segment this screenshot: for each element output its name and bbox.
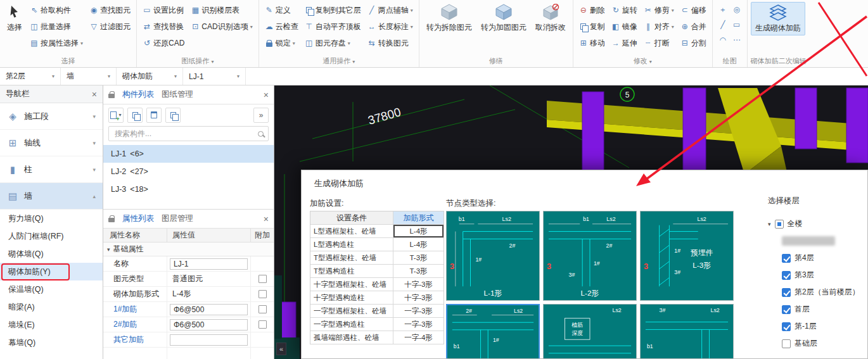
extend-button[interactable]: → 延伸 bbox=[609, 35, 640, 51]
form-cell[interactable]: 一字-3形 bbox=[393, 318, 444, 331]
component-list-item[interactable]: LJ-1 <6> bbox=[103, 145, 274, 163]
nav-subitem-wall-pier[interactable]: 墙垛(E) bbox=[0, 316, 103, 334]
mirror-button[interactable]: ◧ 镜像 bbox=[609, 18, 640, 35]
circle-tool-icon[interactable]: ◎ bbox=[730, 2, 744, 17]
pick-component-button[interactable]: ⇖ 拾取构件 bbox=[27, 2, 86, 18]
arc-tool-icon[interactable]: ◠ bbox=[716, 32, 730, 47]
select-button[interactable]: 选择 bbox=[3, 2, 26, 34]
nav-subitem-hidden-beam[interactable]: 暗梁(A) bbox=[0, 298, 103, 316]
length-annotation-button[interactable]: ↔ 长度标注 ▾ bbox=[365, 18, 416, 35]
node-type-cell-l2[interactable]: b1 Ls2 2# 1# 3# 3 L-2形 bbox=[543, 211, 637, 301]
tab-property-list[interactable]: 属性列表 bbox=[122, 213, 154, 224]
floor-item[interactable]: 基础层 bbox=[764, 335, 868, 352]
restore-cad-button[interactable]: ↺ 还原CAD bbox=[140, 35, 187, 51]
node-type-cell-l1[interactable]: b1 Ls2 2# 1# 3 L-1形 bbox=[446, 211, 540, 301]
attach-checkbox[interactable] bbox=[258, 305, 267, 313]
copy-to-other-layers-button[interactable]: 复制到其它层 bbox=[302, 2, 364, 18]
all-floors-checkbox[interactable] bbox=[775, 220, 784, 229]
new-component-button[interactable]: ▾ bbox=[108, 108, 124, 123]
merge-button[interactable]: ⊕ 合并 bbox=[678, 18, 709, 35]
element-dropdown[interactable]: LJ-1 ▾ bbox=[183, 68, 246, 85]
form-cell[interactable]: L-4形 bbox=[393, 238, 444, 251]
attach-checkbox[interactable] bbox=[258, 290, 267, 298]
convert-element-button[interactable]: ⇆ 转换图元 bbox=[365, 35, 416, 51]
floor-checkbox[interactable] bbox=[782, 288, 791, 297]
nav-item-column[interactable]: ▮ 柱 ▾ bbox=[0, 156, 103, 183]
split-button[interactable]: ⊟ 分割 bbox=[678, 35, 709, 51]
find-element-button[interactable]: ◉ 查找图元 bbox=[87, 2, 133, 18]
rotate-button[interactable]: ↻ 旋转 bbox=[609, 2, 640, 18]
component-list-item[interactable]: LJ-2 <27> bbox=[103, 163, 274, 180]
floor-item[interactable]: 首层 bbox=[764, 301, 868, 318]
attach-checkbox[interactable] bbox=[258, 275, 267, 283]
line-tool-icon[interactable]: ╱ bbox=[716, 17, 730, 32]
floor-checkbox[interactable] bbox=[782, 322, 791, 331]
element-save-button[interactable]: ◫ 图元存盘 ▾ bbox=[302, 35, 364, 51]
form-cell[interactable]: T-3形 bbox=[393, 251, 444, 264]
align-button[interactable]: ∥ 对齐 ▾ bbox=[641, 18, 677, 35]
copy-button[interactable]: 复制 bbox=[577, 18, 608, 35]
nav-item-wall[interactable]: ▤ 墙 ▴ bbox=[0, 183, 103, 210]
tab-layer-management[interactable]: 图层管理 bbox=[162, 213, 193, 224]
close-icon[interactable]: × bbox=[264, 91, 269, 99]
form-cell[interactable]: 一字-3形 bbox=[393, 305, 444, 317]
subcategory-dropdown[interactable]: 砌体加筋 ▾ bbox=[117, 68, 183, 85]
filter-element-button[interactable]: ▽ 过滤图元 bbox=[87, 18, 133, 35]
form-cell[interactable]: 一字-4形 bbox=[393, 331, 444, 344]
form-cell[interactable]: 十字-3形 bbox=[393, 291, 444, 304]
form-cell[interactable]: 十字-3形 bbox=[393, 278, 444, 291]
other-rebar-value-field[interactable] bbox=[170, 334, 248, 346]
nav-subitem-curtain-wall[interactable]: 幕墙(Q) bbox=[0, 334, 103, 351]
floor-item[interactable]: 第4层 bbox=[764, 249, 868, 267]
category-dropdown[interactable]: 墙 ▾ bbox=[61, 68, 117, 85]
floor-tree-root[interactable]: ▾ 全楼 bbox=[764, 215, 868, 232]
close-icon[interactable]: × bbox=[264, 215, 269, 224]
auto-align-top-slab-button[interactable]: ⊤ 自动平齐顶板 bbox=[302, 18, 364, 35]
floor-item[interactable]: 第3层 bbox=[764, 267, 868, 284]
set-scale-button[interactable]: ▭ 设置比例 bbox=[140, 2, 187, 18]
node-type-cell-row2-1[interactable]: 2# Ls2 1# b1 bbox=[446, 304, 540, 359]
form-cell[interactable]: L-4形 bbox=[393, 225, 444, 237]
copy-component-button[interactable] bbox=[127, 108, 143, 123]
offset-button[interactable]: ⊂ 偏移 bbox=[678, 2, 709, 18]
rebar1-value-field[interactable]: Φ6@500 bbox=[170, 304, 248, 315]
floor-checkbox[interactable] bbox=[782, 254, 791, 263]
move-button[interactable]: ⊞ 移动 bbox=[577, 35, 608, 51]
nav-item-construction-segment[interactable]: ◈ 施工段 ▾ bbox=[0, 103, 103, 130]
identify-floor-table-button[interactable]: ▦ 识别楼层表 bbox=[188, 2, 255, 18]
select-by-property-button[interactable]: ▤ 按属性选择 ▾ bbox=[27, 35, 86, 51]
node-type-cell-row2-3[interactable]: 3# Ls2 b1 bbox=[640, 304, 734, 359]
delete-component-button[interactable] bbox=[146, 108, 162, 123]
collapse-panel-button[interactable]: « bbox=[276, 343, 286, 355]
trim-button[interactable]: ✂ 修剪 ▾ bbox=[641, 2, 677, 18]
cancel-demolition-button[interactable]: 取消拆改 bbox=[532, 2, 570, 34]
nav-subitem-masonry-wall[interactable]: 砌体墙(Q) bbox=[0, 245, 103, 263]
rect-tool-icon[interactable]: ▭ bbox=[730, 17, 744, 32]
delete-button[interactable]: ⊖ 删除 bbox=[577, 2, 608, 18]
cloud-check-button[interactable]: ☁ 云检查 bbox=[262, 18, 301, 35]
find-replace-button[interactable]: ⇄ 查找替换 bbox=[140, 18, 187, 35]
tab-component-list[interactable]: 构件列表 bbox=[122, 89, 154, 100]
search-input[interactable] bbox=[113, 129, 254, 139]
tab-drawing-management[interactable]: 图纸管理 bbox=[162, 89, 193, 100]
nav-subitem-insulation-wall[interactable]: 保温墙(Q) bbox=[0, 280, 103, 298]
form-cell[interactable]: T-3形 bbox=[393, 265, 444, 277]
crosshair-icon[interactable]: ＋ bbox=[716, 2, 730, 17]
property-section-basic[interactable]: ▾ 基础属性 bbox=[103, 242, 274, 256]
generate-masonry-reinforcement-button[interactable]: 生成砌体加筋 bbox=[751, 2, 805, 35]
floor-checkbox[interactable] bbox=[782, 339, 791, 348]
define-button[interactable]: ✎ 定义 bbox=[262, 2, 301, 18]
nav-item-axis[interactable]: ⊞ 轴线 ▾ bbox=[0, 130, 103, 156]
floor-checkbox[interactable] bbox=[782, 305, 791, 314]
more-actions-button[interactable]: » bbox=[253, 108, 269, 123]
floor-checkbox[interactable] bbox=[782, 271, 791, 280]
nav-subitem-civil-defense-door-wall[interactable]: 人防门框墙(RF) bbox=[0, 227, 103, 245]
node-type-cell-row2-2[interactable]: 植筋 深度 Ls2 bbox=[543, 304, 637, 359]
batch-select-button[interactable]: ◫ 批量选择 bbox=[27, 18, 86, 35]
rebar2-value-field[interactable]: Φ6@500 bbox=[170, 319, 248, 331]
name-value-field[interactable]: LJ-1 bbox=[170, 258, 248, 270]
more-tools-icon[interactable]: ⋯ bbox=[730, 32, 744, 47]
convert-to-reinforcement-button[interactable]: 转为加固图元 bbox=[477, 2, 530, 34]
cad-identify-options-button[interactable]: ⊡ CAD识别选项 ▾ bbox=[188, 18, 255, 35]
component-list-item[interactable]: LJ-3 <18> bbox=[103, 180, 274, 198]
